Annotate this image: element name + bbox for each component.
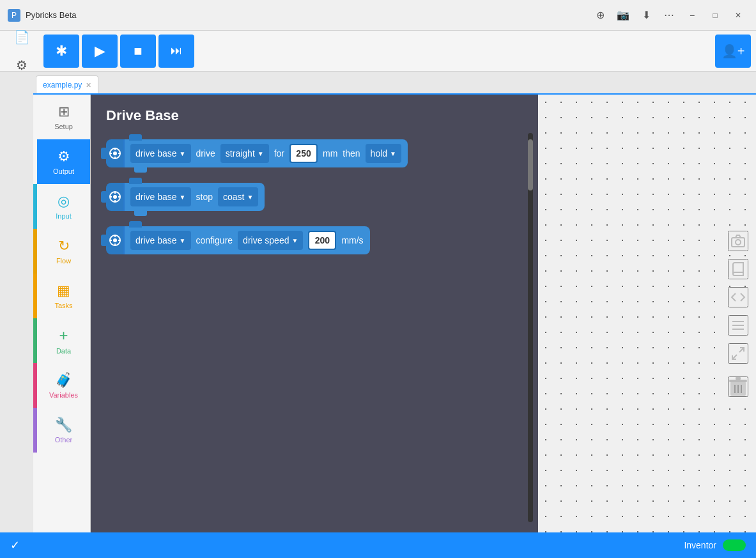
svg-line-23 [739, 348, 744, 352]
setup-label: Setup [54, 123, 73, 130]
stop-text: stop [196, 192, 213, 202]
canvas-area[interactable]: Drive Base [91, 95, 756, 532]
speed-input[interactable]: 200 [308, 231, 336, 250]
cat-flow-wrapper: ↻ Flow [33, 229, 90, 274]
status-right: Inventor [684, 539, 746, 551]
camera-tool[interactable] [728, 231, 748, 251]
new-file-btn[interactable]: 📄 [9, 24, 35, 50]
maximize-btn[interactable]: □ [705, 5, 725, 26]
cat-setup-wrapper: ⊞ Setup [33, 95, 90, 139]
speed-value: 200 [315, 235, 330, 245]
stop-button[interactable]: ■ [120, 35, 156, 68]
svg-point-19 [736, 240, 741, 245]
drive-base-icon-2 [109, 190, 121, 203]
status-bar: ✓ Inventor [0, 532, 756, 558]
close-btn[interactable]: ✕ [728, 5, 748, 26]
drive-speed-dropdown[interactable]: drive speed ▼ [238, 231, 303, 250]
settings-btn[interactable]: ⚙ [9, 52, 35, 78]
panel-scrollbar[interactable] [528, 133, 533, 522]
list-tool[interactable] [728, 315, 748, 336]
drive-base-dropdown-2[interactable]: drive base ▼ [130, 187, 191, 206]
main-layout: ⊞ Setup ⚙ Output ◎ Input ↻ Flow [33, 95, 756, 532]
mm-text: mm [323, 148, 337, 159]
variables-icon: 🧳 [55, 372, 72, 389]
bluetooth-button[interactable]: ✱ [43, 35, 79, 68]
block-connector-2 [106, 183, 124, 211]
more-btn[interactable]: ⋯ [659, 5, 679, 26]
trash-tool[interactable] [728, 376, 748, 397]
toolbar: 📄 ⚙ ✱ ▶ ■ ⏭ 👤+ [0, 31, 756, 72]
hold-dropdown[interactable]: hold ▼ [366, 144, 401, 163]
bluetooth-icon: ✱ [56, 43, 67, 59]
coast-dropdown[interactable]: coast ▼ [218, 187, 258, 206]
code-tool[interactable] [728, 287, 748, 307]
coast-label: coast [223, 192, 244, 202]
file-tab[interactable]: example.py × [36, 75, 98, 93]
block-row-1: drive base ▼ drive straight ▼ for 250 mm [106, 139, 523, 167]
screenshot-btn[interactable]: 📷 [613, 5, 633, 26]
svg-rect-26 [729, 380, 747, 382]
dropdown-arrow-2: ▼ [180, 194, 186, 201]
category-sidebar: ⊞ Setup ⚙ Output ◎ Input ↻ Flow [33, 95, 91, 532]
status-device-text: Inventor [684, 540, 716, 550]
status-check-icon: ✓ [10, 538, 20, 552]
block-panel: Drive Base [91, 95, 538, 532]
drive-base-icon-1 [109, 147, 121, 160]
data-label: Data [56, 347, 71, 355]
block-connector-3 [106, 226, 124, 254]
book-tool[interactable] [728, 259, 748, 279]
block-body-2: drive base ▼ stop coast ▼ [124, 183, 265, 211]
expand-tool[interactable] [728, 343, 748, 364]
download-btn[interactable]: ⬇ [636, 5, 656, 26]
sidebar-item-other[interactable]: 🔧 Other [37, 408, 90, 453]
mmps-text: mm/s [341, 235, 363, 245]
svg-point-1 [113, 151, 117, 155]
fast-forward-button[interactable]: ⏭ [158, 35, 194, 68]
sidebar-item-data[interactable]: + Data [37, 318, 90, 363]
sidebar-item-input[interactable]: ◎ Input [37, 184, 90, 229]
block-row-2: drive base ▼ stop coast ▼ [106, 183, 523, 211]
play-button[interactable]: ▶ [82, 35, 118, 68]
straight-label: straight [226, 148, 255, 159]
distance-input[interactable]: 250 [289, 144, 318, 163]
sidebar-item-flow[interactable]: ↻ Flow [37, 229, 90, 274]
scrollbar-thumb[interactable] [528, 139, 533, 190]
zoom-btn[interactable]: ⊕ [590, 5, 610, 26]
coast-arrow: ▼ [247, 194, 253, 201]
sidebar-item-tasks[interactable]: ▦ Tasks [37, 274, 90, 318]
add-user-button[interactable]: 👤+ [715, 35, 751, 68]
sidebar-item-setup[interactable]: ⊞ Setup [37, 95, 90, 139]
hold-label: hold [371, 148, 387, 159]
app-icon: P [8, 9, 20, 22]
minimize-btn[interactable]: − [682, 5, 702, 26]
blocks-container: drive base ▼ drive straight ▼ for 250 mm [91, 134, 538, 260]
flow-icon: ↻ [58, 238, 70, 254]
drive-speed-label: drive speed [243, 235, 289, 245]
svg-rect-27 [736, 377, 741, 380]
block-body-1: drive base ▼ drive straight ▼ for 250 mm [124, 139, 408, 167]
app-title: Pybricks Beta [26, 10, 76, 20]
drive-text-1: drive [196, 148, 215, 159]
straight-dropdown[interactable]: straight ▼ [220, 144, 269, 163]
straight-arrow: ▼ [258, 150, 264, 157]
drive-base-dropdown-1[interactable]: drive base ▼ [130, 144, 191, 163]
toolbar-left: 📄 ⚙ ✱ ▶ ■ ⏭ [5, 24, 194, 78]
titlebar-controls: ⊕ 📷 ⬇ ⋯ − □ ✕ [590, 5, 748, 26]
cat-output-wrapper: ⚙ Output [33, 139, 90, 184]
other-icon: 🔧 [55, 417, 72, 433]
drive-base-label-2: drive base [135, 192, 177, 202]
tab-close-btn[interactable]: × [86, 81, 91, 89]
trash-icon [729, 376, 747, 397]
drive-base-icon-3 [109, 234, 121, 247]
dropdown-arrow-1: ▼ [180, 150, 186, 157]
drive-base-dropdown-3[interactable]: drive base ▼ [130, 231, 191, 250]
output-label: Output [53, 167, 74, 175]
for-text: for [274, 148, 284, 159]
sidebar-item-variables[interactable]: 🧳 Variables [37, 363, 90, 408]
svg-point-13 [113, 238, 117, 242]
add-user-icon: 👤+ [721, 43, 745, 59]
sidebar-item-output[interactable]: ⚙ Output [37, 139, 90, 184]
configure-text: configure [196, 235, 233, 245]
block-connector-1 [106, 139, 124, 167]
hold-arrow: ▼ [390, 150, 396, 157]
